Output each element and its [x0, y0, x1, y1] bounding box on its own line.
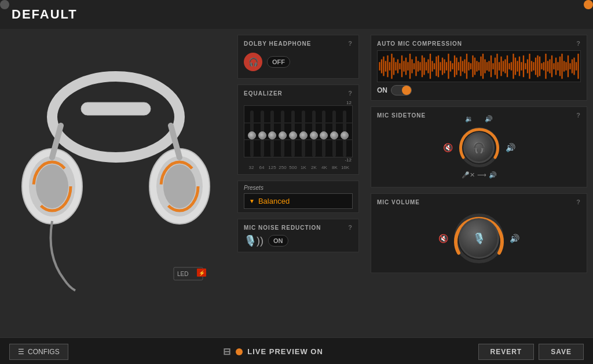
- svg-rect-43: [431, 61, 433, 71]
- dolby-title: DOLBY HEADPHONE ?: [244, 40, 353, 47]
- svg-rect-27: [399, 63, 400, 69]
- live-preview-label: LIVE PREVIEW ON: [247, 347, 323, 356]
- mic-noise-help[interactable]: ?: [348, 224, 353, 231]
- svg-rect-33: [411, 59, 412, 73]
- svg-rect-35: [415, 57, 416, 76]
- svg-rect-96: [539, 57, 540, 76]
- presets-section: Presets ▼ Balanced: [237, 181, 359, 213]
- svg-rect-78: [503, 61, 504, 71]
- svg-rect-48: [442, 58, 443, 75]
- presets-dropdown[interactable]: ▼ Balanced: [244, 193, 353, 209]
- svg-rect-62: [470, 63, 471, 69]
- dolby-toggle[interactable]: OFF: [267, 56, 290, 68]
- dolby-knob: [0, 0, 9, 9]
- eq-bar-7[interactable]: [309, 106, 319, 157]
- eq-bar-2[interactable]: [257, 106, 268, 157]
- svg-rect-79: [504, 59, 506, 73]
- mic-noise-title: MIC NOISE REDUCTION ?: [244, 224, 353, 231]
- mic-volume-title: MIC VOLUME ?: [377, 198, 581, 205]
- sidetone-knob-row: 🔇 🔉 🔊 🎧: [443, 126, 515, 169]
- svg-rect-54: [454, 56, 455, 78]
- dolby-icon: 🎧: [244, 53, 262, 71]
- svg-rect-97: [541, 63, 542, 69]
- configs-icon: ☰: [18, 348, 24, 356]
- revert-button[interactable]: REVERT: [478, 344, 535, 360]
- svg-rect-57: [460, 57, 461, 76]
- sidetone-knob[interactable]: 🎧: [463, 132, 495, 163]
- svg-rect-114: [576, 62, 577, 70]
- svg-rect-40: [426, 62, 427, 70]
- svg-point-0: [52, 76, 180, 157]
- svg-rect-36: [418, 61, 419, 71]
- svg-rect-18: [381, 59, 382, 73]
- configs-button[interactable]: ☰ CONFIGS: [9, 344, 68, 360]
- svg-rect-51: [448, 54, 449, 79]
- svg-rect-106: [559, 57, 561, 76]
- eq-title: EQUALIZER ?: [244, 90, 353, 97]
- sidetone-mic-off-icon: 🎤✕: [462, 171, 475, 179]
- eq-bar-3[interactable]: [268, 106, 278, 157]
- mic-volume-help[interactable]: ?: [576, 198, 581, 205]
- svg-rect-100: [547, 61, 548, 71]
- svg-rect-71: [488, 61, 489, 71]
- svg-text:⚡: ⚡: [199, 270, 206, 277]
- eq-bar-8[interactable]: [319, 106, 330, 157]
- svg-point-7: [163, 164, 196, 208]
- sidetone-knob-container: 🔇 🔉 🔊 🎧: [377, 122, 581, 182]
- svg-rect-82: [511, 62, 512, 70]
- mic-sidetone-help[interactable]: ?: [576, 112, 581, 119]
- waveform-svg: // Generate waveform in SVG: [378, 51, 580, 82]
- svg-rect-95: [537, 56, 538, 78]
- eq-help[interactable]: ?: [348, 90, 353, 97]
- svg-rect-26: [397, 59, 398, 73]
- svg-rect-46: [438, 56, 439, 78]
- mic-volume-knob-icon: 🎙️: [473, 232, 485, 245]
- mic-noise-toggle-row: 🎙️)) ON: [244, 234, 353, 247]
- svg-rect-93: [533, 62, 534, 70]
- footer: ☰ CONFIGS ⊟ LIVE PREVIEW ON REVERT SAVE: [0, 337, 593, 364]
- svg-rect-107: [561, 54, 562, 79]
- eq-bar-4[interactable]: [277, 106, 288, 157]
- svg-rect-108: [563, 61, 565, 71]
- eq-bar-6[interactable]: [298, 106, 309, 157]
- svg-rect-68: [482, 54, 484, 79]
- svg-rect-77: [500, 57, 502, 76]
- eq-bar-9[interactable]: [329, 106, 339, 157]
- mic-noise-toggle[interactable]: ON: [268, 235, 288, 247]
- svg-rect-65: [476, 61, 477, 71]
- eq-db-top: 12: [244, 100, 353, 105]
- sidetone-mute-icon: 🔇: [443, 143, 453, 152]
- eq-bar-1[interactable]: [247, 106, 257, 157]
- svg-rect-49: [444, 59, 445, 73]
- svg-rect-55: [456, 58, 457, 75]
- sidetone-arrow-icon: ⟶: [477, 171, 486, 179]
- mic-volume-knob[interactable]: 🎙️: [459, 218, 499, 259]
- save-button[interactable]: SAVE: [539, 344, 584, 360]
- svg-rect-31: [407, 62, 408, 70]
- eq-bar-10[interactable]: [339, 106, 350, 157]
- svg-rect-98: [543, 62, 544, 70]
- footer-right: REVERT SAVE: [478, 344, 584, 360]
- svg-rect-99: [545, 54, 546, 79]
- eq-bars-area: [244, 105, 353, 157]
- headphone-image: LED ⚡: [17, 71, 214, 296]
- svg-rect-41: [427, 59, 429, 73]
- svg-rect-72: [490, 56, 492, 78]
- eq-bar-5[interactable]: [288, 106, 298, 157]
- dolby-section: DOLBY HEADPHONE ? 🎧 OFF: [237, 35, 359, 79]
- svg-rect-70: [486, 62, 488, 70]
- dolby-state: OFF: [272, 58, 285, 65]
- mic-volume-knob-wrapper: 🎙️: [453, 212, 505, 264]
- svg-rect-60: [466, 54, 467, 79]
- auto-mic-on-label: ON: [377, 86, 387, 94]
- auto-mic-help[interactable]: ?: [576, 40, 581, 47]
- dolby-help[interactable]: ?: [348, 40, 353, 47]
- auto-mic-toggle[interactable]: [391, 85, 412, 95]
- svg-rect-84: [515, 58, 516, 75]
- svg-rect-83: [513, 54, 514, 79]
- svg-rect-52: [450, 61, 451, 71]
- dropdown-arrow-icon: ▼: [249, 198, 255, 204]
- svg-rect-67: [480, 57, 481, 76]
- sidetone-bottom-row: 🎤✕ ⟶ 🔊: [462, 171, 497, 179]
- sidetone-speaker-left-icon: 🔉: [465, 115, 473, 123]
